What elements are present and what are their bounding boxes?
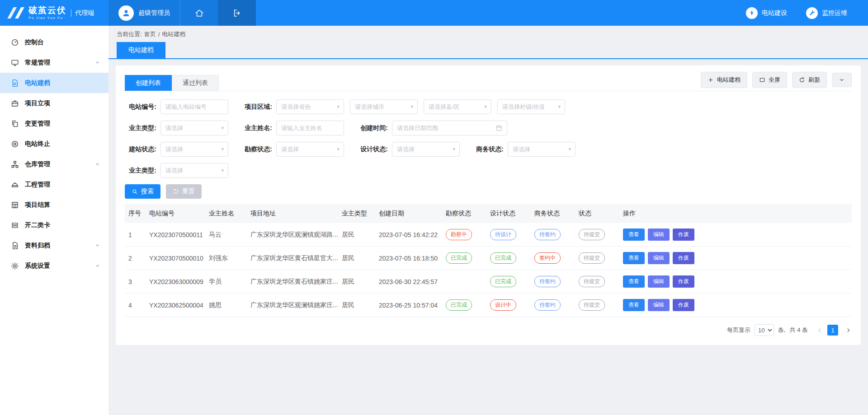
filter-panel: 电站编号:项目区域:请选择省份▾请选择城市▾请选择县/区▾请选择村镇/街道▾业主… bbox=[125, 99, 852, 178]
page-number-1[interactable]: 1 bbox=[827, 325, 838, 336]
cell-owner-name: 刘强东 bbox=[205, 247, 247, 270]
region-city-select[interactable]: 请选择城市▾ bbox=[350, 99, 418, 114]
station-code-input[interactable] bbox=[160, 99, 228, 114]
cell-owner-name: 学员 bbox=[205, 270, 247, 294]
survey-status-select[interactable]: 请选择▾ bbox=[276, 142, 344, 157]
row-void-button[interactable]: 作废 bbox=[673, 252, 694, 264]
cell-survey-status: 已完成 bbox=[442, 294, 486, 317]
engineering-icon bbox=[11, 181, 19, 189]
sidebar-item-data-archive[interactable]: 资料归档 bbox=[0, 235, 108, 256]
region-village-select[interactable]: 请选择村镇/街道▾ bbox=[497, 99, 565, 114]
sitemap-icon bbox=[11, 160, 19, 168]
cell-address: 广东深圳龙华区观澜镇姚家庄... bbox=[247, 294, 338, 317]
toolbar-refresh-button[interactable]: 刷新 bbox=[792, 72, 827, 88]
reset-button-label: 重置 bbox=[182, 187, 195, 196]
table-row: 4YX2023062500004姚思广东深圳龙华区观澜镇姚家庄...居民2023… bbox=[125, 294, 852, 317]
chevron-down-icon: ▾ bbox=[337, 146, 340, 152]
nav-monitor-ops[interactable]: 监控运维 bbox=[806, 7, 847, 19]
owner-type-2-select[interactable]: 请选择▾ bbox=[160, 163, 228, 178]
sidebar-item-label: 控制台 bbox=[25, 38, 100, 47]
business-status-select[interactable]: 请选择▾ bbox=[508, 142, 576, 157]
sidebar-item-type2-card[interactable]: 开二类卡 bbox=[0, 215, 108, 235]
dashboard-icon bbox=[11, 38, 19, 47]
col-header: 业主姓名 bbox=[205, 204, 247, 223]
user-menu[interactable]: 超级管理员 bbox=[108, 0, 180, 26]
portal-label-text: 代理端 bbox=[75, 9, 94, 17]
chevron-down-icon: ▾ bbox=[337, 104, 340, 110]
table-head: 序号电站编号业主姓名项目地址业主类型创建日期勘察状态设计状态商务状态状态操作 bbox=[125, 204, 852, 223]
filter-label: 业主姓名: bbox=[241, 124, 272, 132]
search-button[interactable]: 搜索 bbox=[125, 184, 160, 199]
owner-name-input[interactable] bbox=[276, 121, 344, 135]
wrench-icon bbox=[806, 7, 818, 19]
row-edit-button[interactable]: 编辑 bbox=[648, 275, 670, 288]
region-county-select[interactable]: 请选择县/区▾ bbox=[424, 99, 491, 114]
cell-station-id: YX2023070500010 bbox=[146, 247, 205, 270]
chevron-down-icon: ▾ bbox=[221, 168, 224, 173]
reset-button[interactable]: 重置 bbox=[166, 184, 202, 199]
sidebar-item-label: 变更管理 bbox=[25, 120, 100, 128]
row-view-button[interactable]: 查看 bbox=[623, 275, 645, 288]
page-tab-station-filing[interactable]: 电站建档 bbox=[117, 42, 165, 58]
toolbar-collapse-button[interactable] bbox=[832, 73, 852, 87]
row-edit-button[interactable]: 编辑 bbox=[648, 228, 670, 241]
logo-text: 破茧云伏 Po Jian Yun Fu bbox=[28, 6, 66, 20]
row-edit-button[interactable]: 编辑 bbox=[648, 299, 670, 311]
logout-button[interactable] bbox=[218, 0, 256, 26]
cell-owner-type: 居民 bbox=[338, 270, 375, 294]
sidebar-item-change-management[interactable]: 变更管理 bbox=[0, 113, 108, 134]
filter-row: 建站状态:请选择▾勘察状态:请选择▾设计状态:请选择▾商务状态:请选择▾ bbox=[125, 142, 852, 157]
per-page-select[interactable]: 10 bbox=[755, 324, 774, 336]
home-button[interactable] bbox=[180, 0, 218, 26]
toolbar-fullscreen-button[interactable]: 全屏 bbox=[752, 72, 787, 88]
row-void-button[interactable]: 作废 bbox=[673, 275, 694, 288]
tab-create-list[interactable]: 创建列表 bbox=[125, 75, 172, 91]
page-tab-bar: 电站建档 bbox=[108, 42, 868, 59]
sidebar-item-station-termination[interactable]: 电站终止 bbox=[0, 134, 108, 154]
filter-label: 业主类型: bbox=[125, 167, 156, 175]
build-status-select[interactable]: 请选择▾ bbox=[160, 142, 228, 157]
prev-page-button[interactable] bbox=[816, 327, 823, 334]
search-icon bbox=[132, 188, 138, 195]
col-header: 设计状态 bbox=[486, 204, 531, 223]
nav-label: 电站建设 bbox=[762, 9, 787, 17]
status-badge: 已完成 bbox=[490, 276, 516, 287]
chevron-down-icon: ▾ bbox=[484, 104, 487, 110]
sidebar-item-system-settings[interactable]: 系统设置 bbox=[0, 256, 108, 276]
row-view-button[interactable]: 查看 bbox=[623, 252, 645, 264]
sidebar-item-project-settlement[interactable]: 项目结算 bbox=[0, 195, 108, 215]
row-edit-button[interactable]: 编辑 bbox=[648, 252, 670, 264]
row-void-button[interactable]: 作废 bbox=[673, 228, 694, 241]
card-toolbar: 电站建档全屏刷新 bbox=[696, 72, 852, 91]
sidebar-item-station-filing[interactable]: 电站建档 bbox=[0, 73, 108, 93]
create-time-input[interactable]: 请选择日期范围 bbox=[392, 121, 507, 135]
top-nav: 电站建设 监控运维 bbox=[746, 0, 868, 26]
sidebar-item-general-management[interactable]: 常规管理 bbox=[0, 52, 108, 73]
design-status-select[interactable]: 请选择▾ bbox=[392, 142, 460, 157]
sidebar-item-label: 资料归档 bbox=[25, 242, 89, 250]
sidebar-item-console[interactable]: 控制台 bbox=[0, 32, 108, 52]
cell-no: 4 bbox=[125, 294, 146, 317]
briefcase-icon bbox=[11, 99, 19, 107]
nav-station-build[interactable]: 电站建设 bbox=[746, 7, 787, 19]
select-placeholder: 请选择县/区 bbox=[429, 103, 460, 111]
filter-field-station-code: 电站编号: bbox=[125, 99, 228, 114]
sidebar-item-label: 常规管理 bbox=[25, 59, 89, 67]
row-void-button[interactable]: 作废 bbox=[673, 299, 694, 311]
cell-business-status: 签约中 bbox=[531, 247, 575, 270]
cell-actions: 查看编辑作废 bbox=[619, 223, 852, 247]
region-province-select[interactable]: 请选择省份▾ bbox=[276, 99, 344, 114]
sidebar-item-project-initiation[interactable]: 项目立项 bbox=[0, 93, 108, 113]
row-view-button[interactable]: 查看 bbox=[623, 228, 645, 241]
toolbar-create-station-button[interactable]: 电站建档 bbox=[701, 72, 747, 88]
sidebar-item-warehouse-management[interactable]: 仓库管理 bbox=[0, 154, 108, 174]
sidebar-item-engineering-management[interactable]: 工程管理 bbox=[0, 174, 108, 195]
breadcrumb-home[interactable]: 首页 bbox=[144, 30, 156, 38]
per-page-unit: 条, bbox=[778, 326, 786, 334]
owner-type-select[interactable]: 请选择▾ bbox=[160, 121, 228, 135]
next-page-button[interactable] bbox=[845, 327, 852, 334]
col-header: 勘察状态 bbox=[442, 204, 486, 223]
cell-no: 1 bbox=[125, 223, 146, 247]
tab-passed-list[interactable]: 通过列表 bbox=[172, 75, 219, 91]
row-view-button[interactable]: 查看 bbox=[623, 299, 645, 311]
